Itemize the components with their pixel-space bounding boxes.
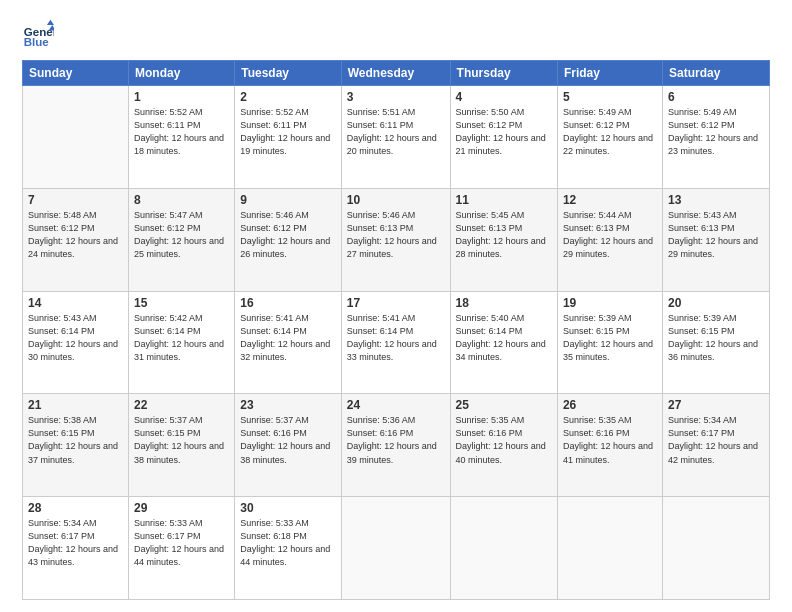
calendar-cell: [662, 497, 769, 600]
cell-info: Sunrise: 5:51 AMSunset: 6:11 PMDaylight:…: [347, 106, 445, 158]
cell-info: Sunrise: 5:46 AMSunset: 6:12 PMDaylight:…: [240, 209, 336, 261]
header: General Blue: [22, 18, 770, 50]
day-number: 23: [240, 398, 336, 412]
day-number: 12: [563, 193, 657, 207]
calendar-cell: 14Sunrise: 5:43 AMSunset: 6:14 PMDayligh…: [23, 291, 129, 394]
day-number: 8: [134, 193, 229, 207]
calendar-cell: 1Sunrise: 5:52 AMSunset: 6:11 PMDaylight…: [128, 86, 234, 189]
cell-info: Sunrise: 5:39 AMSunset: 6:15 PMDaylight:…: [668, 312, 764, 364]
calendar-cell: 29Sunrise: 5:33 AMSunset: 6:17 PMDayligh…: [128, 497, 234, 600]
col-header-thursday: Thursday: [450, 61, 557, 86]
day-number: 30: [240, 501, 336, 515]
day-number: 1: [134, 90, 229, 104]
cell-info: Sunrise: 5:45 AMSunset: 6:13 PMDaylight:…: [456, 209, 552, 261]
cell-info: Sunrise: 5:46 AMSunset: 6:13 PMDaylight:…: [347, 209, 445, 261]
calendar-cell: 17Sunrise: 5:41 AMSunset: 6:14 PMDayligh…: [341, 291, 450, 394]
calendar-table: SundayMondayTuesdayWednesdayThursdayFrid…: [22, 60, 770, 600]
cell-info: Sunrise: 5:43 AMSunset: 6:14 PMDaylight:…: [28, 312, 123, 364]
calendar-cell: 27Sunrise: 5:34 AMSunset: 6:17 PMDayligh…: [662, 394, 769, 497]
cell-info: Sunrise: 5:41 AMSunset: 6:14 PMDaylight:…: [347, 312, 445, 364]
calendar-cell: 13Sunrise: 5:43 AMSunset: 6:13 PMDayligh…: [662, 188, 769, 291]
day-number: 9: [240, 193, 336, 207]
cell-info: Sunrise: 5:37 AMSunset: 6:16 PMDaylight:…: [240, 414, 336, 466]
cell-info: Sunrise: 5:49 AMSunset: 6:12 PMDaylight:…: [563, 106, 657, 158]
col-header-tuesday: Tuesday: [235, 61, 342, 86]
day-number: 14: [28, 296, 123, 310]
cell-info: Sunrise: 5:36 AMSunset: 6:16 PMDaylight:…: [347, 414, 445, 466]
calendar-cell: 7Sunrise: 5:48 AMSunset: 6:12 PMDaylight…: [23, 188, 129, 291]
cell-info: Sunrise: 5:49 AMSunset: 6:12 PMDaylight:…: [668, 106, 764, 158]
day-number: 16: [240, 296, 336, 310]
calendar-row: 21Sunrise: 5:38 AMSunset: 6:15 PMDayligh…: [23, 394, 770, 497]
cell-info: Sunrise: 5:52 AMSunset: 6:11 PMDaylight:…: [134, 106, 229, 158]
header-row: SundayMondayTuesdayWednesdayThursdayFrid…: [23, 61, 770, 86]
cell-info: Sunrise: 5:42 AMSunset: 6:14 PMDaylight:…: [134, 312, 229, 364]
cell-info: Sunrise: 5:50 AMSunset: 6:12 PMDaylight:…: [456, 106, 552, 158]
day-number: 20: [668, 296, 764, 310]
calendar-cell: [557, 497, 662, 600]
cell-info: Sunrise: 5:34 AMSunset: 6:17 PMDaylight:…: [28, 517, 123, 569]
calendar-cell: 10Sunrise: 5:46 AMSunset: 6:13 PMDayligh…: [341, 188, 450, 291]
logo-icon: General Blue: [22, 18, 54, 50]
day-number: 5: [563, 90, 657, 104]
cell-info: Sunrise: 5:43 AMSunset: 6:13 PMDaylight:…: [668, 209, 764, 261]
cell-info: Sunrise: 5:37 AMSunset: 6:15 PMDaylight:…: [134, 414, 229, 466]
calendar-cell: 18Sunrise: 5:40 AMSunset: 6:14 PMDayligh…: [450, 291, 557, 394]
calendar-row: 14Sunrise: 5:43 AMSunset: 6:14 PMDayligh…: [23, 291, 770, 394]
calendar-cell: 21Sunrise: 5:38 AMSunset: 6:15 PMDayligh…: [23, 394, 129, 497]
calendar-cell: 12Sunrise: 5:44 AMSunset: 6:13 PMDayligh…: [557, 188, 662, 291]
calendar-row: 7Sunrise: 5:48 AMSunset: 6:12 PMDaylight…: [23, 188, 770, 291]
calendar-cell: 4Sunrise: 5:50 AMSunset: 6:12 PMDaylight…: [450, 86, 557, 189]
logo: General Blue: [22, 18, 58, 50]
cell-info: Sunrise: 5:35 AMSunset: 6:16 PMDaylight:…: [563, 414, 657, 466]
calendar-cell: 3Sunrise: 5:51 AMSunset: 6:11 PMDaylight…: [341, 86, 450, 189]
day-number: 28: [28, 501, 123, 515]
calendar-cell: 11Sunrise: 5:45 AMSunset: 6:13 PMDayligh…: [450, 188, 557, 291]
calendar-cell: 30Sunrise: 5:33 AMSunset: 6:18 PMDayligh…: [235, 497, 342, 600]
cell-info: Sunrise: 5:41 AMSunset: 6:14 PMDaylight:…: [240, 312, 336, 364]
calendar-cell: 20Sunrise: 5:39 AMSunset: 6:15 PMDayligh…: [662, 291, 769, 394]
calendar-cell: 6Sunrise: 5:49 AMSunset: 6:12 PMDaylight…: [662, 86, 769, 189]
calendar-cell: 15Sunrise: 5:42 AMSunset: 6:14 PMDayligh…: [128, 291, 234, 394]
day-number: 13: [668, 193, 764, 207]
calendar-cell: 25Sunrise: 5:35 AMSunset: 6:16 PMDayligh…: [450, 394, 557, 497]
day-number: 10: [347, 193, 445, 207]
calendar-row: 1Sunrise: 5:52 AMSunset: 6:11 PMDaylight…: [23, 86, 770, 189]
col-header-friday: Friday: [557, 61, 662, 86]
cell-info: Sunrise: 5:44 AMSunset: 6:13 PMDaylight:…: [563, 209, 657, 261]
calendar-cell: 23Sunrise: 5:37 AMSunset: 6:16 PMDayligh…: [235, 394, 342, 497]
calendar-cell: 8Sunrise: 5:47 AMSunset: 6:12 PMDaylight…: [128, 188, 234, 291]
calendar-cell: [23, 86, 129, 189]
cell-info: Sunrise: 5:33 AMSunset: 6:18 PMDaylight:…: [240, 517, 336, 569]
col-header-saturday: Saturday: [662, 61, 769, 86]
day-number: 19: [563, 296, 657, 310]
cell-info: Sunrise: 5:34 AMSunset: 6:17 PMDaylight:…: [668, 414, 764, 466]
cell-info: Sunrise: 5:40 AMSunset: 6:14 PMDaylight:…: [456, 312, 552, 364]
day-number: 3: [347, 90, 445, 104]
calendar-row: 28Sunrise: 5:34 AMSunset: 6:17 PMDayligh…: [23, 497, 770, 600]
cell-info: Sunrise: 5:52 AMSunset: 6:11 PMDaylight:…: [240, 106, 336, 158]
col-header-monday: Monday: [128, 61, 234, 86]
calendar-cell: [450, 497, 557, 600]
day-number: 29: [134, 501, 229, 515]
day-number: 26: [563, 398, 657, 412]
calendar-cell: 22Sunrise: 5:37 AMSunset: 6:15 PMDayligh…: [128, 394, 234, 497]
day-number: 6: [668, 90, 764, 104]
cell-info: Sunrise: 5:38 AMSunset: 6:15 PMDaylight:…: [28, 414, 123, 466]
calendar-cell: 16Sunrise: 5:41 AMSunset: 6:14 PMDayligh…: [235, 291, 342, 394]
day-number: 17: [347, 296, 445, 310]
calendar-cell: 9Sunrise: 5:46 AMSunset: 6:12 PMDaylight…: [235, 188, 342, 291]
cell-info: Sunrise: 5:33 AMSunset: 6:17 PMDaylight:…: [134, 517, 229, 569]
cell-info: Sunrise: 5:39 AMSunset: 6:15 PMDaylight:…: [563, 312, 657, 364]
day-number: 21: [28, 398, 123, 412]
cell-info: Sunrise: 5:48 AMSunset: 6:12 PMDaylight:…: [28, 209, 123, 261]
day-number: 7: [28, 193, 123, 207]
calendar-cell: 24Sunrise: 5:36 AMSunset: 6:16 PMDayligh…: [341, 394, 450, 497]
day-number: 18: [456, 296, 552, 310]
calendar-cell: 2Sunrise: 5:52 AMSunset: 6:11 PMDaylight…: [235, 86, 342, 189]
svg-marker-2: [47, 20, 54, 25]
svg-text:Blue: Blue: [24, 36, 50, 48]
calendar-cell: 19Sunrise: 5:39 AMSunset: 6:15 PMDayligh…: [557, 291, 662, 394]
day-number: 11: [456, 193, 552, 207]
col-header-wednesday: Wednesday: [341, 61, 450, 86]
